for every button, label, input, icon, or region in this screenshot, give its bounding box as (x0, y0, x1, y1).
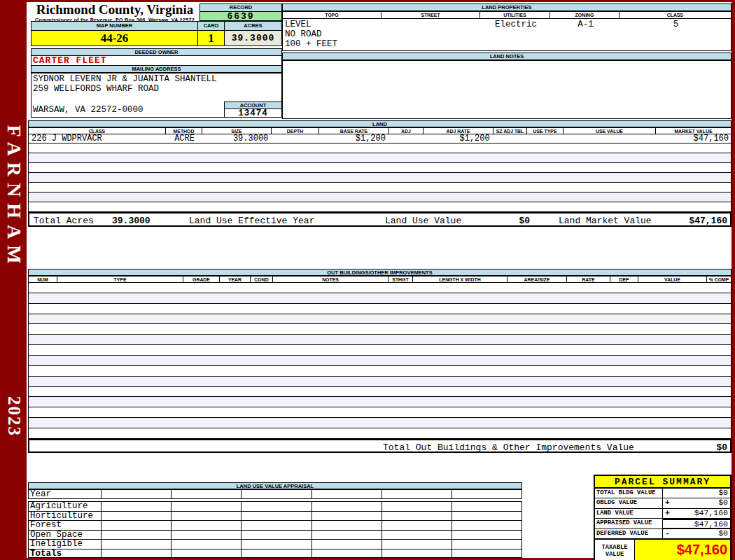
empty-table-row (29, 144, 731, 153)
land-size-value: 39.3000 (203, 134, 272, 143)
empty-table-row (29, 293, 731, 304)
empty-cell (451, 531, 522, 540)
land-use-type-value (527, 134, 564, 143)
land-properties-header-row: TOPO STREET UTILITIES ZONING CLASS (282, 11, 732, 19)
empty-cell (102, 540, 171, 549)
empty-cell (382, 502, 451, 511)
ps-row-label: APPRAISED VALUE (595, 519, 663, 528)
ob-col-grade: GRADE (183, 276, 220, 283)
appraisal-cells (102, 540, 522, 549)
empty-cell (102, 550, 171, 559)
appraisal-row-label: Totals (29, 550, 102, 559)
empty-table-row (29, 387, 731, 398)
land-table-title: LAND (28, 120, 732, 127)
deeded-owner-value: CARTER FLEET (31, 55, 282, 66)
out-buildings-total-value: $0 (716, 442, 727, 453)
empty-cell (102, 521, 171, 530)
district-name-vertical: FARNHAM (3, 125, 25, 270)
appraisal-row-label: Horticulture (29, 512, 102, 521)
empty-table-row (29, 377, 731, 387)
empty-table-row (29, 192, 731, 202)
appraisal-row-agriculture: Agriculture (29, 502, 522, 512)
col-class: CLASS (620, 11, 732, 19)
empty-cell (312, 521, 382, 530)
ob-col-pct-comp: % COMP (707, 276, 732, 283)
out-buildings-empty-rows (28, 283, 732, 439)
ob-col-rate: RATE (567, 276, 610, 283)
ps-row-value-cell: + $47,160 (663, 509, 730, 518)
land-use-effective-year-label: Land Use Effective Year (189, 216, 314, 226)
empty-table-row (29, 173, 731, 183)
land-properties-title: LAND PROPERTIES (282, 4, 732, 11)
ps-row-value-cell: + $0 (663, 498, 730, 507)
land-market-value-total: $47,160 (689, 216, 727, 226)
empty-table-row (29, 428, 731, 439)
land-col-size: SIZE (202, 127, 272, 134)
land-adj-rate-value: $1,200 (424, 134, 493, 143)
empty-cell (451, 512, 522, 521)
land-market-value-label: Land Market Value (559, 216, 652, 226)
col-zoning: ZONING (550, 11, 620, 19)
land-col-sz-adj-tbl: SZ ADJ TBL (493, 127, 527, 134)
empty-cell (241, 540, 311, 549)
ps-row-label: TOTAL BLDG VALUE (595, 489, 663, 498)
ob-col-num: NUM (28, 276, 57, 283)
appraisal-row-label: Open Space (29, 531, 102, 540)
empty-cell (171, 512, 241, 521)
county-header: Richmond County, Virginia Commissioner o… (31, 3, 199, 23)
acres-value: 39.3000 (224, 30, 282, 46)
tax-year-vertical: 2023 (4, 396, 24, 437)
empty-cell (241, 521, 311, 530)
empty-table-row (29, 153, 731, 163)
appraisal-row-forest: Forest (29, 521, 522, 531)
appraisal-year-row: Year (28, 489, 522, 499)
ps-row-value-cell: $0 (663, 489, 730, 498)
empty-cell (171, 521, 241, 530)
empty-cell (241, 502, 311, 511)
empty-cell (382, 512, 451, 521)
empty-table-row (29, 345, 731, 356)
appraisal-cells (102, 502, 522, 511)
address-line-3: WARSAW, VA 22572-0000 (33, 105, 144, 115)
ob-col-notes: NOTES (273, 276, 388, 283)
ps-row-value: $47,160 (694, 509, 728, 518)
ob-col-value: VALUE (638, 276, 707, 283)
land-use-appraisal-title: LAND USE VALUE APPRAISAL (28, 482, 522, 489)
land-method-value: ACRE (167, 134, 203, 143)
ps-row-op: - (665, 529, 670, 538)
land-col-class: CLASS (28, 127, 166, 134)
land-market-value-value: $47,160 (655, 134, 731, 143)
empty-cell (312, 502, 382, 511)
empty-cell (241, 490, 311, 498)
empty-cell (451, 521, 522, 530)
county-title: Richmond County, Virginia (31, 3, 199, 17)
ob-col-year: YEAR (220, 276, 251, 283)
account-value: 13474 (224, 108, 282, 118)
land-use-value-label: Land Use Value (385, 216, 461, 226)
land-col-depth: DEPTH (272, 127, 319, 134)
land-col-method: METHOD (166, 127, 202, 134)
map-number-value: 44-26 (31, 30, 198, 46)
ob-col-cond: COND (251, 276, 273, 283)
land-use-value-total: $0 (477, 216, 530, 226)
empty-cell (241, 550, 311, 559)
class-value: 5 (620, 20, 732, 29)
card-value: 1 (197, 30, 225, 46)
address-line-2: 259 WELLFORDS WHARF ROAD (33, 84, 159, 94)
parcel-summary-row: TOTAL BLDG VALUE $0 (594, 489, 732, 498)
empty-cell (312, 490, 382, 498)
land-empty-rows (28, 144, 732, 212)
land-data-row: 226 J WDPRVACR ACRE 39.3000 $1,200 $1,20… (28, 134, 732, 144)
empty-cell (171, 490, 241, 498)
mailing-address-label: MAILING ADDRESS (31, 65, 282, 73)
record-value: 6639 (200, 11, 282, 21)
land-properties-values: LEVEL NO ROAD 100 + FEET Electric A-1 5 (282, 19, 732, 51)
ps-row-op: + (665, 509, 670, 518)
ps-row-value-cell: $47,160 (663, 519, 730, 528)
out-buildings-total-label: Total Out Buildings & Other Improvements… (383, 442, 634, 453)
ps-row-op: + (665, 498, 670, 507)
empty-table-row (29, 304, 731, 314)
land-totals-row: Total Acres 39.3000 Land Use Effective Y… (28, 212, 732, 227)
empty-table-row (29, 356, 731, 366)
empty-cell (312, 531, 382, 540)
